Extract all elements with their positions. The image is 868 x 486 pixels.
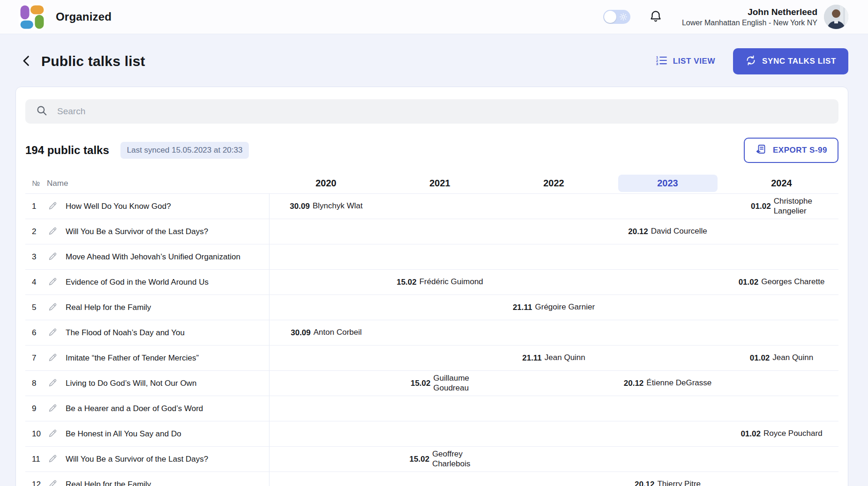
table-row: 1 How Well Do You Know God?30.09Blynchyk… [25, 194, 838, 219]
avatar[interactable] [824, 5, 848, 29]
talk-slot-2021[interactable] [383, 194, 497, 219]
talk-slot-2024[interactable]: 01.02Jean Quinn [725, 346, 838, 370]
edit-talk-button[interactable] [47, 454, 58, 465]
talk-slot-2022[interactable] [497, 421, 611, 446]
search-box[interactable] [25, 99, 838, 124]
talk-slot-2023[interactable] [611, 396, 725, 421]
talk-speaker: David Courcelle [651, 227, 707, 236]
edit-talk-button[interactable] [47, 327, 58, 339]
talk-slot-2023[interactable]: 20.12David Courcelle [611, 219, 725, 244]
talk-slot-2021[interactable] [383, 396, 497, 421]
year-header-2023[interactable]: 2023 [611, 175, 725, 192]
talk-slot-2023[interactable] [611, 447, 725, 471]
talk-slot-2023[interactable] [611, 270, 725, 295]
talk-slot-2022[interactable] [497, 270, 611, 295]
talk-slot-2022[interactable] [497, 219, 611, 244]
talk-slot-2024[interactable] [725, 295, 838, 320]
talk-slot-2024[interactable] [725, 396, 838, 421]
talk-slot-2021[interactable] [383, 346, 497, 370]
talk-slot-2020[interactable]: 30.09Blynchyk Wlat [269, 194, 383, 219]
edit-talk-button[interactable] [47, 479, 58, 486]
talk-slot-2022[interactable] [497, 371, 611, 396]
edit-talk-button[interactable] [47, 201, 58, 212]
talk-slot-2024[interactable]: 01.02Royce Pouchard [725, 421, 838, 446]
talk-slot-2020[interactable] [269, 244, 383, 269]
edit-talk-button[interactable] [47, 403, 58, 414]
list-view-button[interactable]: 1 2 3 LIST VIEW [655, 54, 715, 69]
talk-slot-2023[interactable] [611, 421, 725, 446]
edit-talk-button[interactable] [47, 353, 58, 364]
talk-slot-2024[interactable] [725, 472, 838, 486]
talk-slot-2022[interactable] [497, 244, 611, 269]
sync-talks-button[interactable]: SYNC TALKS LIST [733, 48, 848, 74]
talk-slot-2020[interactable] [269, 295, 383, 320]
talk-slot-2021[interactable] [383, 472, 497, 486]
edit-talk-button[interactable] [47, 251, 58, 263]
back-button[interactable] [19, 53, 35, 69]
talk-slot-2021[interactable] [383, 219, 497, 244]
talk-slot-2020[interactable] [269, 270, 383, 295]
talk-name: The Flood of Noah’s Day and You [66, 328, 269, 338]
table-row: 5 Real Help for the Family21.11Grégoire … [25, 295, 838, 320]
svg-text:3: 3 [656, 61, 658, 66]
talk-slot-2024[interactable] [725, 447, 838, 471]
talk-slot-2024[interactable]: 01.02Georges Charette [725, 270, 838, 295]
edit-talk-button[interactable] [47, 226, 58, 237]
talk-slot-2024[interactable] [725, 219, 838, 244]
talk-slot-2023[interactable]: 20.12Thierry Pitre [611, 472, 725, 486]
talk-slot-2020[interactable] [269, 396, 383, 421]
talk-slot-2023[interactable] [611, 346, 725, 370]
talk-speaker: Anton Corbeil [314, 328, 362, 337]
talk-slot-2020[interactable] [269, 371, 383, 396]
year-label: 2020 [277, 175, 376, 192]
talk-date: 15.02 [397, 278, 417, 287]
talk-slot-2021[interactable] [383, 295, 497, 320]
talk-slot-2020[interactable]: 30.09Anton Corbeil [269, 320, 383, 345]
year-header-2024[interactable]: 2024 [725, 175, 838, 192]
search-input[interactable] [57, 106, 828, 117]
talk-slot-2020[interactable] [269, 421, 383, 446]
talk-slot-2024[interactable] [725, 320, 838, 345]
export-button[interactable]: EXPORT S-99 [744, 138, 838, 163]
page-title: Public talks list [41, 53, 145, 69]
notifications-button[interactable] [648, 9, 663, 25]
talk-slot-2022[interactable]: 21.11Jean Quinn [497, 346, 611, 370]
edit-talk-button[interactable] [47, 302, 58, 313]
talk-slot-2022[interactable]: 21.11Grégoire Garnier [497, 295, 611, 320]
year-header-2020[interactable]: 2020 [269, 175, 383, 192]
edit-talk-button[interactable] [47, 277, 58, 288]
stats-row: 194 public talks Last synced 15.05.2023 … [25, 138, 838, 163]
talk-slot-2022[interactable] [497, 447, 611, 471]
year-header-2021[interactable]: 2021 [383, 175, 497, 192]
talk-slot-2021[interactable]: 15.02Geoffrey Charlebois [383, 447, 497, 471]
talk-slot-2020[interactable] [269, 346, 383, 370]
talk-speaker: Christophe Langelier [774, 197, 812, 216]
row-number: 10 [25, 429, 47, 439]
edit-talk-button[interactable] [47, 428, 58, 440]
talk-slot-2021[interactable]: 15.02Guillaume Goudreau [383, 371, 497, 396]
year-header-2022[interactable]: 2022 [497, 175, 611, 192]
talk-slot-2022[interactable] [497, 396, 611, 421]
talk-slot-2021[interactable] [383, 244, 497, 269]
talk-slot-2023[interactable] [611, 320, 725, 345]
talk-slot-2023[interactable] [611, 295, 725, 320]
talk-slot-2021[interactable] [383, 320, 497, 345]
talk-slot-2022[interactable] [497, 194, 611, 219]
theme-toggle[interactable] [603, 10, 630, 24]
talk-slot-2021[interactable] [383, 421, 497, 446]
talk-slot-2022[interactable] [497, 320, 611, 345]
talk-slot-2024[interactable] [725, 371, 838, 396]
talk-slot-2023[interactable] [611, 244, 725, 269]
edit-talk-button[interactable] [47, 378, 58, 389]
row-number: 2 [25, 227, 47, 236]
export-icon [755, 144, 766, 157]
talk-slot-2023[interactable] [611, 194, 725, 219]
talk-slot-2020[interactable] [269, 447, 383, 471]
talk-slot-2024[interactable] [725, 244, 838, 269]
talk-slot-2022[interactable] [497, 472, 611, 486]
talk-slot-2020[interactable] [269, 219, 383, 244]
talk-slot-2020[interactable] [269, 472, 383, 486]
talk-slot-2023[interactable]: 20.12Étienne DeGrasse [611, 371, 725, 396]
talk-slot-2024[interactable]: 01.02Christophe Langelier [725, 194, 838, 219]
talk-slot-2021[interactable]: 15.02Frédéric Guimond [383, 270, 497, 295]
